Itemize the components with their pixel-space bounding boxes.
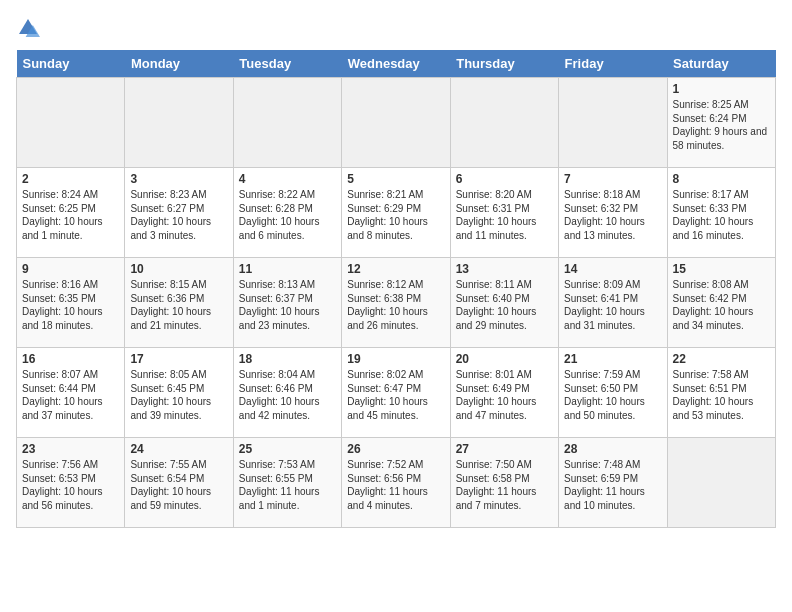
calendar-cell: 17Sunrise: 8:05 AM Sunset: 6:45 PM Dayli…	[125, 348, 233, 438]
calendar-cell	[233, 78, 341, 168]
day-info: Sunrise: 8:07 AM Sunset: 6:44 PM Dayligh…	[22, 368, 119, 422]
calendar-week-5: 23Sunrise: 7:56 AM Sunset: 6:53 PM Dayli…	[17, 438, 776, 528]
day-number: 18	[239, 352, 336, 366]
day-number: 11	[239, 262, 336, 276]
day-number: 19	[347, 352, 444, 366]
calendar-cell: 2Sunrise: 8:24 AM Sunset: 6:25 PM Daylig…	[17, 168, 125, 258]
day-number: 14	[564, 262, 661, 276]
day-info: Sunrise: 8:21 AM Sunset: 6:29 PM Dayligh…	[347, 188, 444, 242]
day-header-friday: Friday	[559, 50, 667, 78]
calendar-cell: 11Sunrise: 8:13 AM Sunset: 6:37 PM Dayli…	[233, 258, 341, 348]
calendar-cell: 20Sunrise: 8:01 AM Sunset: 6:49 PM Dayli…	[450, 348, 558, 438]
day-info: Sunrise: 7:53 AM Sunset: 6:55 PM Dayligh…	[239, 458, 336, 512]
day-info: Sunrise: 8:12 AM Sunset: 6:38 PM Dayligh…	[347, 278, 444, 332]
day-number: 2	[22, 172, 119, 186]
day-info: Sunrise: 7:48 AM Sunset: 6:59 PM Dayligh…	[564, 458, 661, 512]
calendar-cell: 21Sunrise: 7:59 AM Sunset: 6:50 PM Dayli…	[559, 348, 667, 438]
calendar-cell	[559, 78, 667, 168]
calendar-cell: 10Sunrise: 8:15 AM Sunset: 6:36 PM Dayli…	[125, 258, 233, 348]
day-info: Sunrise: 8:16 AM Sunset: 6:35 PM Dayligh…	[22, 278, 119, 332]
logo-icon	[16, 16, 40, 40]
calendar-cell: 19Sunrise: 8:02 AM Sunset: 6:47 PM Dayli…	[342, 348, 450, 438]
day-info: Sunrise: 7:55 AM Sunset: 6:54 PM Dayligh…	[130, 458, 227, 512]
day-number: 22	[673, 352, 770, 366]
day-number: 3	[130, 172, 227, 186]
day-info: Sunrise: 8:15 AM Sunset: 6:36 PM Dayligh…	[130, 278, 227, 332]
day-number: 15	[673, 262, 770, 276]
calendar-table: SundayMondayTuesdayWednesdayThursdayFrid…	[16, 50, 776, 528]
calendar-week-2: 2Sunrise: 8:24 AM Sunset: 6:25 PM Daylig…	[17, 168, 776, 258]
calendar-cell: 12Sunrise: 8:12 AM Sunset: 6:38 PM Dayli…	[342, 258, 450, 348]
day-number: 24	[130, 442, 227, 456]
calendar-cell: 16Sunrise: 8:07 AM Sunset: 6:44 PM Dayli…	[17, 348, 125, 438]
day-number: 25	[239, 442, 336, 456]
day-number: 5	[347, 172, 444, 186]
day-number: 4	[239, 172, 336, 186]
day-info: Sunrise: 8:18 AM Sunset: 6:32 PM Dayligh…	[564, 188, 661, 242]
calendar-cell: 4Sunrise: 8:22 AM Sunset: 6:28 PM Daylig…	[233, 168, 341, 258]
calendar-cell: 28Sunrise: 7:48 AM Sunset: 6:59 PM Dayli…	[559, 438, 667, 528]
day-info: Sunrise: 7:50 AM Sunset: 6:58 PM Dayligh…	[456, 458, 553, 512]
day-number: 28	[564, 442, 661, 456]
day-info: Sunrise: 8:02 AM Sunset: 6:47 PM Dayligh…	[347, 368, 444, 422]
day-info: Sunrise: 8:23 AM Sunset: 6:27 PM Dayligh…	[130, 188, 227, 242]
day-info: Sunrise: 8:05 AM Sunset: 6:45 PM Dayligh…	[130, 368, 227, 422]
calendar-cell	[342, 78, 450, 168]
day-number: 10	[130, 262, 227, 276]
day-number: 7	[564, 172, 661, 186]
day-info: Sunrise: 8:22 AM Sunset: 6:28 PM Dayligh…	[239, 188, 336, 242]
logo	[16, 16, 44, 40]
day-info: Sunrise: 8:13 AM Sunset: 6:37 PM Dayligh…	[239, 278, 336, 332]
calendar-cell: 27Sunrise: 7:50 AM Sunset: 6:58 PM Dayli…	[450, 438, 558, 528]
day-header-tuesday: Tuesday	[233, 50, 341, 78]
calendar-cell: 9Sunrise: 8:16 AM Sunset: 6:35 PM Daylig…	[17, 258, 125, 348]
calendar-cell: 13Sunrise: 8:11 AM Sunset: 6:40 PM Dayli…	[450, 258, 558, 348]
header	[16, 16, 776, 40]
day-info: Sunrise: 8:11 AM Sunset: 6:40 PM Dayligh…	[456, 278, 553, 332]
day-number: 20	[456, 352, 553, 366]
day-number: 17	[130, 352, 227, 366]
day-info: Sunrise: 8:17 AM Sunset: 6:33 PM Dayligh…	[673, 188, 770, 242]
day-info: Sunrise: 7:52 AM Sunset: 6:56 PM Dayligh…	[347, 458, 444, 512]
day-number: 6	[456, 172, 553, 186]
day-number: 21	[564, 352, 661, 366]
day-number: 13	[456, 262, 553, 276]
calendar-cell: 26Sunrise: 7:52 AM Sunset: 6:56 PM Dayli…	[342, 438, 450, 528]
calendar-cell: 14Sunrise: 8:09 AM Sunset: 6:41 PM Dayli…	[559, 258, 667, 348]
day-header-thursday: Thursday	[450, 50, 558, 78]
calendar-cell: 23Sunrise: 7:56 AM Sunset: 6:53 PM Dayli…	[17, 438, 125, 528]
calendar-cell: 15Sunrise: 8:08 AM Sunset: 6:42 PM Dayli…	[667, 258, 775, 348]
day-info: Sunrise: 8:01 AM Sunset: 6:49 PM Dayligh…	[456, 368, 553, 422]
calendar-cell: 22Sunrise: 7:58 AM Sunset: 6:51 PM Dayli…	[667, 348, 775, 438]
day-header-sunday: Sunday	[17, 50, 125, 78]
day-header-wednesday: Wednesday	[342, 50, 450, 78]
calendar-week-3: 9Sunrise: 8:16 AM Sunset: 6:35 PM Daylig…	[17, 258, 776, 348]
day-info: Sunrise: 7:59 AM Sunset: 6:50 PM Dayligh…	[564, 368, 661, 422]
day-info: Sunrise: 7:56 AM Sunset: 6:53 PM Dayligh…	[22, 458, 119, 512]
day-number: 8	[673, 172, 770, 186]
calendar-cell: 5Sunrise: 8:21 AM Sunset: 6:29 PM Daylig…	[342, 168, 450, 258]
day-number: 9	[22, 262, 119, 276]
calendar-cell	[667, 438, 775, 528]
calendar-cell: 25Sunrise: 7:53 AM Sunset: 6:55 PM Dayli…	[233, 438, 341, 528]
day-number: 12	[347, 262, 444, 276]
calendar-cell: 24Sunrise: 7:55 AM Sunset: 6:54 PM Dayli…	[125, 438, 233, 528]
day-info: Sunrise: 8:08 AM Sunset: 6:42 PM Dayligh…	[673, 278, 770, 332]
day-header-saturday: Saturday	[667, 50, 775, 78]
day-info: Sunrise: 7:58 AM Sunset: 6:51 PM Dayligh…	[673, 368, 770, 422]
calendar-cell: 8Sunrise: 8:17 AM Sunset: 6:33 PM Daylig…	[667, 168, 775, 258]
calendar-cell	[17, 78, 125, 168]
day-header-monday: Monday	[125, 50, 233, 78]
calendar-cell	[450, 78, 558, 168]
day-number: 23	[22, 442, 119, 456]
calendar-cell	[125, 78, 233, 168]
calendar-week-4: 16Sunrise: 8:07 AM Sunset: 6:44 PM Dayli…	[17, 348, 776, 438]
calendar-cell: 18Sunrise: 8:04 AM Sunset: 6:46 PM Dayli…	[233, 348, 341, 438]
day-info: Sunrise: 8:09 AM Sunset: 6:41 PM Dayligh…	[564, 278, 661, 332]
day-number: 16	[22, 352, 119, 366]
calendar-cell: 1Sunrise: 8:25 AM Sunset: 6:24 PM Daylig…	[667, 78, 775, 168]
day-number: 26	[347, 442, 444, 456]
calendar-week-1: 1Sunrise: 8:25 AM Sunset: 6:24 PM Daylig…	[17, 78, 776, 168]
day-info: Sunrise: 8:04 AM Sunset: 6:46 PM Dayligh…	[239, 368, 336, 422]
calendar-cell: 6Sunrise: 8:20 AM Sunset: 6:31 PM Daylig…	[450, 168, 558, 258]
